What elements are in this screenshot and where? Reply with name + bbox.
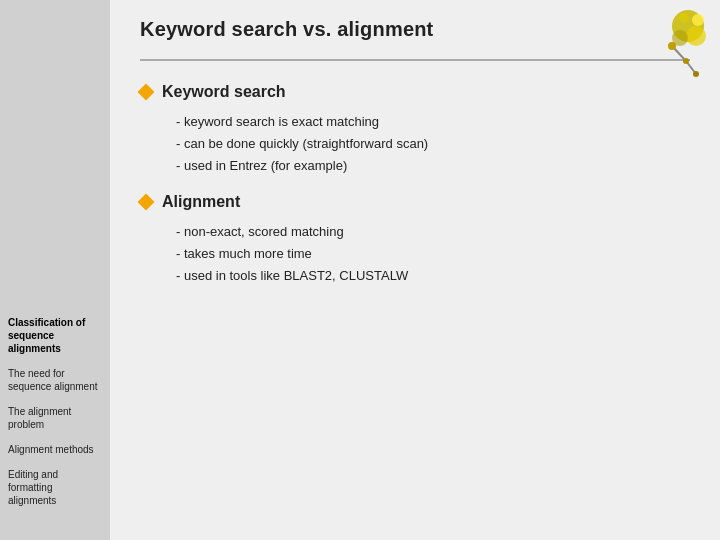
sidebar-item-need[interactable]: The need for sequence alignment bbox=[0, 361, 110, 399]
page-title: Keyword search vs. alignment bbox=[140, 18, 433, 41]
alignment-bullet-2: takes much more time bbox=[176, 243, 690, 265]
keyword-search-header: Keyword search bbox=[140, 83, 690, 101]
svg-point-9 bbox=[693, 71, 699, 77]
diamond-bullet-2 bbox=[138, 194, 155, 211]
keyword-bullet-1: keyword search is exact matching bbox=[176, 111, 690, 133]
keyword-search-bullets: keyword search is exact matching can be … bbox=[176, 111, 690, 177]
header-bar: Keyword search vs. alignment bbox=[140, 18, 690, 41]
sidebar: Classification of sequence alignments Th… bbox=[0, 0, 110, 540]
header-divider bbox=[140, 59, 690, 61]
sidebar-item-methods[interactable]: Alignment methods bbox=[0, 437, 110, 462]
diamond-bullet-1 bbox=[138, 84, 155, 101]
alignment-bullet-1: non-exact, scored matching bbox=[176, 221, 690, 243]
keyword-search-title: Keyword search bbox=[162, 83, 286, 101]
svg-point-3 bbox=[692, 14, 704, 26]
svg-point-7 bbox=[668, 42, 676, 50]
keyword-bullet-2: can be done quickly (straightforward sca… bbox=[176, 133, 690, 155]
alignment-bullet-3: used in tools like BLAST2, CLUSTALW bbox=[176, 265, 690, 287]
sidebar-item-editing[interactable]: Editing and formatting alignments bbox=[0, 462, 110, 513]
svg-point-4 bbox=[679, 13, 689, 23]
dna-icon bbox=[636, 6, 708, 82]
sidebar-item-classification[interactable]: Classification of sequence alignments bbox=[0, 310, 110, 361]
alignment-bullets: non-exact, scored matching takes much mo… bbox=[176, 221, 690, 287]
alignment-header: Alignment bbox=[140, 193, 690, 211]
main-content: Keyword search vs. alignment Keyword sea… bbox=[110, 0, 720, 540]
alignment-title: Alignment bbox=[162, 193, 240, 211]
keyword-bullet-3: used in Entrez (for example) bbox=[176, 155, 690, 177]
sidebar-item-alignment-problem[interactable]: The alignment problem bbox=[0, 399, 110, 437]
svg-point-1 bbox=[686, 26, 706, 46]
svg-point-8 bbox=[683, 58, 689, 64]
